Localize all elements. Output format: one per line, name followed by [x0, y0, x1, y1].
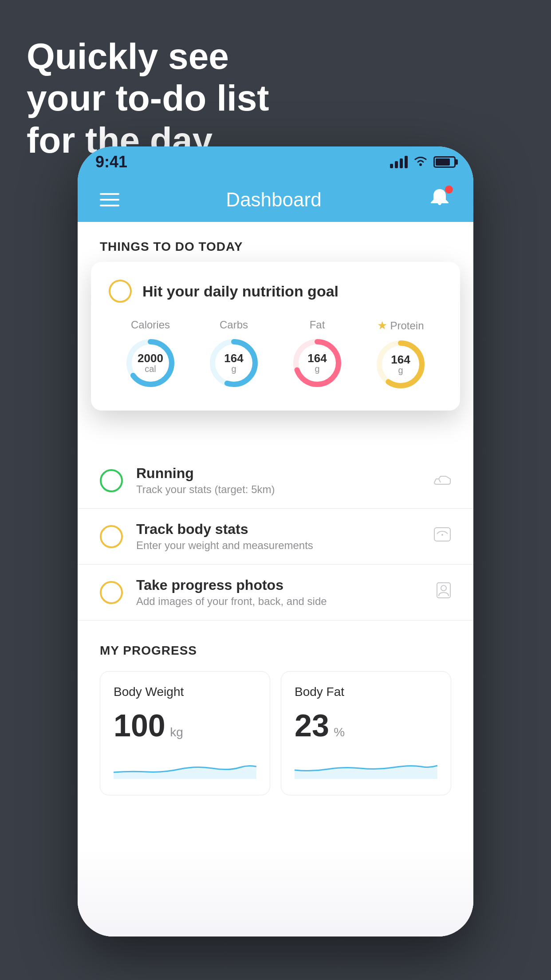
- protein-donut: 164 g: [374, 338, 427, 391]
- fat-label: Fat: [310, 319, 325, 331]
- nutrition-protein: ★ Protein 164 g: [374, 319, 427, 391]
- nav-title: Dashboard: [226, 189, 321, 211]
- body-fat-value: 23: [295, 708, 329, 743]
- shoe-icon: [433, 471, 451, 490]
- photos-text: Take progress photos Add images of your …: [136, 577, 423, 608]
- things-section-title: THINGS TO DO TODAY: [100, 240, 243, 253]
- body-weight-value: 100: [114, 708, 165, 743]
- task-circle-nutrition[interactable]: [109, 280, 132, 303]
- photos-subtitle: Add images of your front, back, and side: [136, 595, 423, 608]
- nutrition-fat: Fat 164 g: [291, 319, 344, 390]
- content-area: THINGS TO DO TODAY Hit your daily nutrit…: [78, 222, 473, 937]
- photos-title: Take progress photos: [136, 577, 423, 593]
- body-weight-card[interactable]: Body Weight 100 kg: [100, 671, 270, 795]
- notification-dot: [445, 186, 453, 194]
- battery-icon: [433, 156, 456, 168]
- protein-unit: g: [391, 365, 410, 375]
- list-item-running[interactable]: Running Track your stats (target: 5km): [78, 453, 473, 509]
- running-subtitle: Track your stats (target: 5km): [136, 483, 420, 496]
- body-stats-text: Track body stats Enter your weight and m…: [136, 521, 420, 552]
- body-stats-title: Track body stats: [136, 521, 420, 537]
- fat-value: 164: [307, 352, 327, 364]
- phone-frame: 9:41 Dashboard: [78, 146, 473, 937]
- body-weight-chart: [114, 752, 256, 779]
- scale-icon: [433, 527, 451, 546]
- phone-bottom-shadow: [78, 848, 473, 937]
- status-time: 9:41: [95, 153, 127, 171]
- running-circle: [100, 469, 123, 492]
- todo-list: Running Track your stats (target: 5km) T…: [78, 453, 473, 620]
- body-stats-subtitle: Enter your weight and measurements: [136, 539, 420, 552]
- card-header: Hit your daily nutrition goal: [109, 280, 442, 303]
- status-icons: [390, 155, 456, 170]
- nutrition-calories: Calories 2000 cal: [124, 319, 177, 390]
- progress-section-title: MY PROGRESS: [100, 644, 451, 658]
- nav-bar: Dashboard: [78, 178, 473, 222]
- person-icon: [436, 582, 451, 603]
- carbs-donut: 164 g: [207, 336, 260, 390]
- list-item-photos[interactable]: Take progress photos Add images of your …: [78, 565, 473, 620]
- svg-point-10: [441, 534, 443, 536]
- carbs-label: Carbs: [220, 319, 248, 331]
- nutrition-grid: Calories 2000 cal Carbs: [109, 319, 442, 391]
- svg-point-0: [419, 163, 422, 166]
- body-weight-card-title: Body Weight: [114, 685, 256, 699]
- svg-point-12: [441, 585, 446, 591]
- running-title: Running: [136, 465, 420, 482]
- calories-donut: 2000 cal: [124, 336, 177, 390]
- nutrition-card-title: Hit your daily nutrition goal: [142, 283, 338, 300]
- calories-unit: cal: [138, 364, 163, 374]
- protein-label: Protein: [390, 320, 424, 332]
- carbs-unit: g: [224, 364, 243, 374]
- notification-bell[interactable]: [428, 187, 451, 212]
- fat-donut: 164 g: [291, 336, 344, 390]
- status-bar: 9:41: [78, 146, 473, 178]
- progress-cards-container: Body Weight 100 kg Body Fat: [100, 671, 451, 795]
- protein-value: 164: [391, 354, 410, 365]
- progress-section: MY PROGRESS Body Weight 100 kg: [78, 621, 473, 818]
- nutrition-card: Hit your daily nutrition goal Calories 2…: [91, 262, 460, 411]
- nutrition-carbs: Carbs 164 g: [207, 319, 260, 390]
- headline: Quickly see your to-do list for the day.: [27, 36, 269, 161]
- photos-circle: [100, 581, 123, 604]
- calories-value: 2000: [138, 352, 163, 364]
- hamburger-menu[interactable]: [100, 193, 119, 206]
- body-stats-circle: [100, 525, 123, 548]
- calories-label: Calories: [131, 319, 170, 331]
- body-fat-card[interactable]: Body Fat 23 %: [281, 671, 451, 795]
- running-text: Running Track your stats (target: 5km): [136, 465, 420, 496]
- star-icon: ★: [377, 319, 387, 332]
- body-fat-card-title: Body Fat: [295, 685, 437, 699]
- body-weight-unit: kg: [170, 725, 183, 739]
- fat-unit: g: [307, 364, 327, 374]
- carbs-value: 164: [224, 352, 243, 364]
- things-section-header: THINGS TO DO TODAY: [78, 222, 473, 263]
- body-fat-unit: %: [334, 725, 345, 739]
- signal-icon: [390, 156, 408, 168]
- list-item-body-stats[interactable]: Track body stats Enter your weight and m…: [78, 509, 473, 565]
- body-fat-chart: [295, 752, 437, 779]
- wifi-icon: [413, 155, 428, 170]
